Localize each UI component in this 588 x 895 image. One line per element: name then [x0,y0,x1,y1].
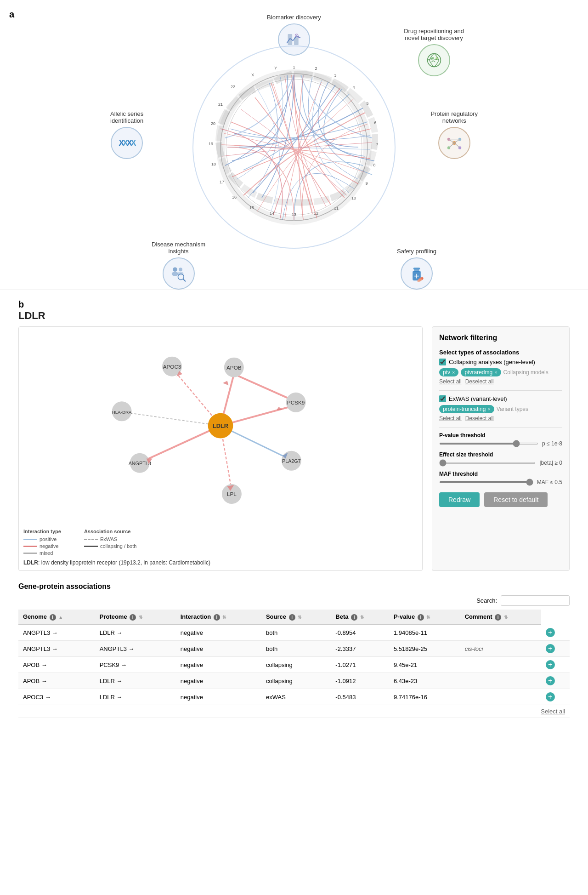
interaction-info-icon[interactable]: i [214,614,220,621]
svg-text:17: 17 [220,180,224,184]
exwas-deselect-all[interactable]: Deselect all [465,415,494,422]
table-cell: both [261,625,331,641]
svg-marker-87 [223,381,229,385]
pvalue-threshold: P-value threshold p ≤ 1e-8 [439,432,562,447]
gene-desc: LDLRLDLR: low density lipoprotein recept… [23,559,418,566]
col-pvalue[interactable]: P-value i ⇅ [389,610,460,625]
svg-line-67 [124,412,220,426]
exwas-select-all[interactable]: Select all [439,415,462,422]
protein-truncating-tag[interactable]: protein-truncating × [439,405,494,413]
redraw-button[interactable]: Redraw [439,492,480,507]
exwas-select-links: Select all Deselect all [439,415,562,422]
safety-label: Safety profiling [397,248,436,255]
add-row-button[interactable]: + [546,628,555,637]
search-input[interactable] [501,595,570,606]
genome-info-icon[interactable]: i [50,614,56,621]
protein-truncating-tag-close[interactable]: × [487,406,490,412]
genome-sort-icon[interactable]: ▲ [58,615,63,620]
svg-text:APOC3: APOC3 [163,364,181,370]
exwas-label: ExWAS [100,536,118,542]
svg-point-6 [435,57,438,60]
proteome-info-icon[interactable]: i [130,614,136,621]
pvalue-label: P-value threshold [439,432,562,439]
comment-sort-icon[interactable]: ⇅ [504,615,508,620]
table-cell: negative [176,689,261,705]
comment-info-icon[interactable]: i [495,614,501,621]
beta-info-icon[interactable]: i [351,614,357,621]
add-row-button[interactable]: + [546,676,555,685]
svg-text:LPL: LPL [227,491,237,497]
svg-text:LDLR: LDLR [213,423,228,429]
svg-line-26 [183,279,185,281]
exwas-tag-row: protein-truncating × Variant types [439,405,562,413]
pvalue-slider[interactable] [439,443,538,445]
table-cell: negative [176,625,261,641]
table-row: APOC3 →LDLR →negativeexWAS-0.54839.74176… [18,689,570,705]
select-all-text[interactable]: Select all [541,708,565,715]
collapsing-checkbox[interactable] [439,359,446,365]
reset-button[interactable]: Reset to default [484,492,548,507]
add-row-button[interactable]: + [546,644,555,653]
table-add-cell: + [541,673,570,689]
ptvraredmg-tag-close[interactable]: × [494,370,497,375]
protein-icon [438,127,470,159]
table-cell: negative [176,641,261,657]
proteome-sort-icon[interactable]: ⇅ [139,615,142,620]
svg-text:3: 3 [334,73,336,78]
col-beta[interactable]: Beta i ⇅ [331,610,389,625]
table-cell [460,673,541,689]
effect-slider[interactable] [439,462,536,464]
collapsing-select-all[interactable]: Select all [439,378,462,385]
table-add-cell: + [541,625,570,641]
svg-text:X: X [251,73,254,77]
pvalue-value: p ≤ 1e-8 [542,440,562,447]
collapsing-placeholder: Collapsing models [503,369,548,376]
table-cell: -0.5483 [331,689,389,705]
source-sort-icon[interactable]: ⇅ [298,615,301,620]
assoc-source-label: Association source [84,529,137,534]
svg-line-18 [449,143,454,148]
source-info-icon[interactable]: i [289,614,295,621]
pvalue-info-icon[interactable]: i [418,614,424,621]
col-comment[interactable]: Comment i ⇅ [460,610,541,625]
collapsing-deselect-all[interactable]: Deselect all [465,378,494,385]
svg-text:2: 2 [315,66,317,71]
svg-point-23 [179,268,182,271]
pvalue-sort-icon[interactable]: ⇅ [426,615,430,620]
svg-text:10: 10 [351,196,356,200]
disease-label: Disease mechanisminsights [152,241,205,255]
positive-line [23,539,37,540]
exwas-checkbox[interactable] [439,395,446,402]
svg-text:5: 5 [366,101,368,106]
ptv-tag-close[interactable]: × [452,370,455,375]
add-row-button[interactable]: + [546,692,555,701]
maf-slider[interactable] [439,481,533,483]
col-interaction[interactable]: Interaction i ⇅ [176,610,261,625]
ptvraredmg-tag[interactable]: ptvraredmg × [461,368,501,376]
table-cell: -1.0912 [331,673,389,689]
table-cell: cis-loci [460,641,541,657]
add-row-button[interactable]: + [546,660,555,669]
panel-a: a Biomarker discovery [0,0,588,280]
col-proteome[interactable]: Proteome i ⇅ [95,610,176,625]
interaction-sort-icon[interactable]: ⇅ [222,615,226,620]
ptv-tag[interactable]: ptv × [439,368,458,376]
svg-text:9: 9 [365,181,368,186]
maf-value: MAF ≤ 0.5 [537,479,562,485]
col-genome[interactable]: Genome i ▲ [18,610,95,625]
svg-text:1: 1 [293,65,295,69]
panel-a-label: a [9,9,14,20]
svg-line-69 [234,374,294,401]
positive-label: positive [40,536,57,542]
maf-threshold: MAF threshold MAF ≤ 0.5 [439,471,562,485]
table-cell: 9.45e-21 [389,657,460,673]
beta-sort-icon[interactable]: ⇅ [360,615,364,620]
effect-label: Effect size threshold [439,451,562,458]
network-legend: Interaction type positive negative mixed [23,529,418,556]
table-row: ANGPTL3 →ANGPTL3 →negativeboth-2.33375.5… [18,641,570,657]
svg-text:PCSK9: PCSK9 [287,399,305,405]
table-cell: LDLR → [95,625,176,641]
table-cell: APOC3 → [18,689,95,705]
exwas-placeholder: Variant types [497,406,528,412]
col-source[interactable]: Source i ⇅ [261,610,331,625]
